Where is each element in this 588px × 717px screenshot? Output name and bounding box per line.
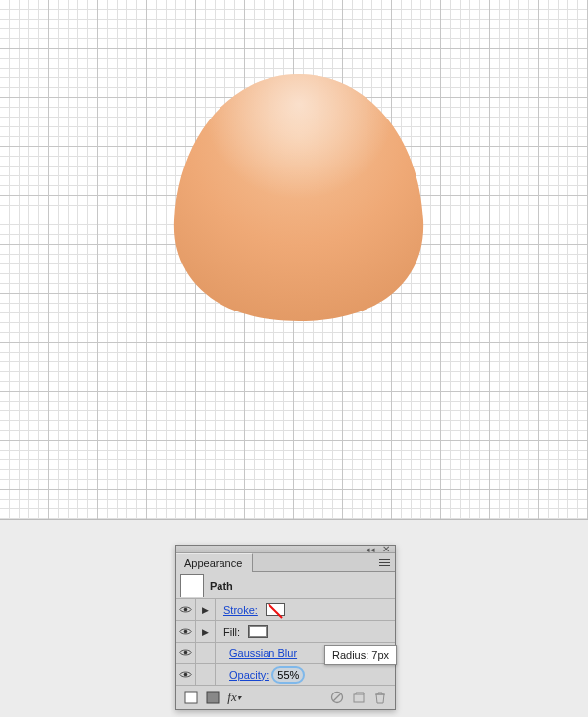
opacity-spacer [196, 664, 216, 685]
eye-icon [179, 605, 192, 614]
stroke-label[interactable]: Stroke: [216, 604, 258, 616]
svg-rect-8 [354, 694, 364, 702]
radius-tooltip: Radius: 7px [324, 645, 397, 665]
eye-icon [179, 670, 192, 679]
visibility-toggle-stroke[interactable] [176, 599, 196, 620]
svg-point-0 [184, 608, 188, 612]
eye-icon [179, 648, 192, 657]
orange-blob-shape[interactable] [167, 69, 431, 333]
fill-row[interactable]: ▶ Fill: [176, 621, 395, 643]
appearance-object-label: Path [210, 580, 233, 592]
clear-appearance-icon[interactable] [326, 688, 348, 707]
panel-menu-icon[interactable] [375, 555, 393, 569]
opacity-link[interactable]: Opacity: [229, 669, 269, 681]
fill-swatch-white[interactable] [248, 625, 268, 638]
svg-point-3 [184, 673, 188, 677]
duplicate-item-icon[interactable] [348, 688, 369, 707]
fill-label: Fill: [216, 626, 240, 638]
expand-stroke[interactable]: ▶ [196, 599, 216, 620]
stroke-swatch-none[interactable] [266, 603, 285, 616]
gaussian-blur-label[interactable]: Gaussian Blur [216, 647, 297, 659]
opacity-label[interactable]: Opacity:55% [216, 666, 305, 684]
svg-point-2 [184, 651, 188, 655]
appearance-header-row[interactable]: Path [176, 572, 395, 599]
svg-point-1 [184, 630, 188, 634]
visibility-toggle-fill[interactable] [176, 621, 196, 642]
stroke-row[interactable]: ▶ Stroke: [176, 599, 395, 621]
effect-spacer [196, 643, 216, 663]
appearance-tab[interactable]: Appearance [176, 553, 253, 572]
panel-tab-row: Appearance [176, 553, 395, 572]
appearance-panel: ◂◂ ✕ Appearance Path ▶ Stroke: [175, 545, 396, 710]
opacity-value-circled[interactable]: 55% [271, 666, 305, 684]
selection-thumbnail [180, 574, 204, 598]
visibility-toggle-blur[interactable] [176, 643, 196, 663]
visibility-toggle-opacity[interactable] [176, 664, 196, 685]
fx-icon[interactable]: fx▾ [223, 688, 245, 707]
panel-titlebar[interactable]: ◂◂ ✕ [176, 546, 395, 553]
svg-rect-5 [207, 692, 219, 703]
panel-bottom-bar: fx▾ [176, 686, 395, 709]
expand-fill[interactable]: ▶ [196, 621, 216, 642]
svg-rect-4 [185, 692, 197, 703]
new-art-basic-icon[interactable] [180, 688, 202, 707]
delete-icon[interactable] [369, 688, 391, 707]
canvas-grid[interactable] [0, 0, 588, 520]
opacity-row[interactable]: Opacity:55% [176, 664, 395, 686]
svg-line-7 [333, 693, 341, 701]
eye-icon [179, 627, 192, 636]
new-art-maintain-icon[interactable] [202, 688, 223, 707]
